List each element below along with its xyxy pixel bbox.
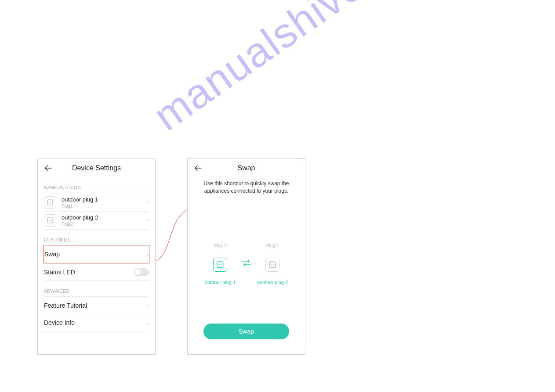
- swap-plug-2[interactable]: Plug 2 outdoor plug 2: [255, 243, 290, 285]
- chevron-right-icon: ›: [147, 217, 149, 224]
- feature-tutorial-row[interactable]: Feature Tutorial ›: [44, 296, 149, 314]
- svg-rect-0: [47, 200, 53, 205]
- chevron-right-icon: ›: [147, 302, 149, 309]
- plug-sublabel: Plug1: [62, 204, 147, 209]
- swap-description: Use this shortcut to quickly swap the ap…: [188, 177, 305, 195]
- swap-plug-1[interactable]: Plug 1 outdoor plug 1: [203, 243, 238, 285]
- plug-label: Plug 2: [266, 243, 279, 248]
- page-title: Device Settings: [38, 164, 155, 172]
- svg-point-8: [221, 264, 221, 265]
- svg-point-5: [51, 220, 51, 221]
- svg-rect-9: [269, 262, 276, 268]
- plug-name: outdoor plug 2: [257, 280, 288, 285]
- plug-name: outdoor plug 2: [62, 214, 147, 221]
- watermark-text: manualshive.com: [145, 0, 450, 140]
- plug-icon: [44, 214, 56, 227]
- feature-tutorial-label: Feature Tutorial: [44, 302, 147, 309]
- plug-name: outdoor plug 1: [62, 196, 147, 203]
- svg-rect-6: [217, 262, 223, 268]
- svg-point-11: [273, 264, 274, 265]
- plug-icon: [44, 196, 56, 209]
- swap-screen: Swap Use this shortcut to quickly swap t…: [187, 158, 305, 355]
- chevron-right-icon: ›: [147, 251, 149, 258]
- chevron-right-icon: ›: [147, 199, 149, 205]
- plug-icon: [265, 258, 279, 272]
- status-led-toggle[interactable]: [134, 268, 149, 276]
- swap-row-highlight: Swap ›: [44, 245, 149, 263]
- connector-line: [151, 206, 191, 268]
- swap-row[interactable]: Swap ›: [44, 245, 149, 263]
- swap-area: Plug 1 outdoor plug 1 Plug 2 outdoor plu…: [188, 195, 305, 285]
- section-customize: CUSTOMIZE: [38, 230, 155, 245]
- plug-label: Plug 1: [214, 243, 226, 248]
- swap-arrows-icon: [241, 259, 252, 269]
- status-led-row[interactable]: Status LED: [44, 263, 149, 281]
- svg-point-10: [271, 264, 272, 265]
- device-info-label: Device Info: [44, 319, 147, 326]
- status-led-label: Status LED: [44, 269, 134, 276]
- svg-rect-3: [47, 218, 53, 223]
- device-info-row[interactable]: Device Info ›: [44, 314, 149, 331]
- header: Swap: [188, 159, 305, 177]
- plug-icon: [213, 258, 227, 272]
- svg-point-7: [219, 264, 220, 265]
- section-advanced: ADVANCED: [38, 281, 155, 296]
- swap-button[interactable]: Swap: [203, 324, 289, 339]
- svg-point-1: [49, 202, 50, 203]
- plug-row-1[interactable]: outdoor plug 1 Plug1 ›: [44, 193, 149, 211]
- page-title: Swap: [188, 164, 305, 172]
- plug-name: outdoor plug 1: [205, 280, 236, 285]
- header: Device Settings: [38, 159, 155, 177]
- chevron-right-icon: ›: [147, 320, 149, 326]
- plug-row-2[interactable]: outdoor plug 2 Plug2 ›: [44, 211, 149, 230]
- section-name-and-icon: NAME AND ICON: [38, 177, 155, 193]
- plug-sublabel: Plug2: [62, 222, 147, 227]
- svg-point-2: [51, 202, 51, 203]
- svg-point-4: [49, 220, 50, 221]
- device-settings-screen: Device Settings NAME AND ICON outdoor pl…: [37, 158, 156, 355]
- swap-label: Swap: [44, 251, 147, 258]
